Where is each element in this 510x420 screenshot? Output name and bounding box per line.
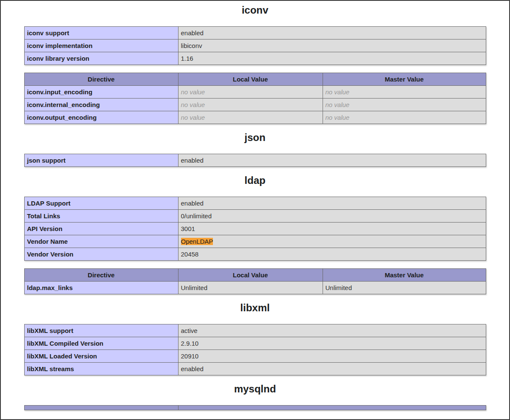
table-header-row: Directive Local Value Master Value [24,269,486,282]
column-header-master-value: Master Value [323,73,486,86]
table-row: json support enabled [24,154,486,167]
local-value-cell: no value [178,99,323,111]
row-label-cell: iconv library version [24,52,178,65]
row-value-cell: enabled [178,27,486,39]
column-header-directive: Directive [24,73,178,86]
row-value-cell: enabled [178,363,486,375]
master-value-cell: Unlimited [323,282,486,294]
directive-name-cell: iconv.output_encoding [24,111,178,124]
directive-name-cell: ldap.max_links [24,282,178,294]
table-row: LDAP Support enabled [24,197,486,210]
table-header-row: Directive Local Value Master Value [24,73,486,86]
table-header-row [24,406,486,410]
phpinfo-page: iconv iconv support enabled iconv implem… [0,0,510,420]
mysqlnd-header-cell [24,406,178,410]
table-row: API Version 3001 [24,223,486,235]
row-value-cell: 0/unlimited [178,210,486,223]
row-label-cell: libXML streams [24,363,178,375]
column-header-local-value: Local Value [178,269,323,282]
table-row: iconv library version 1.16 [24,52,486,65]
find-match-highlight: OpenLDAP [181,238,213,245]
section-title-mysqlnd: mysqlnd [1,383,509,395]
table-row: iconv.input_encoding no value no value [24,86,486,99]
column-header-master-value: Master Value [323,269,486,282]
row-value-cell: active [178,324,486,337]
local-value-cell: Unlimited [178,282,323,294]
row-value-cell: libiconv [178,39,486,52]
row-label-cell: LDAP Support [24,197,178,210]
row-value-cell: 2.9.10 [178,337,486,350]
row-value-cell: 3001 [178,223,486,235]
no-value-text: no value [326,114,350,121]
row-value-cell: OpenLDAP [178,235,486,248]
table-row: iconv implementation libiconv [24,39,486,52]
table-row: ldap.max_links Unlimited Unlimited [24,282,486,294]
table-row: iconv.output_encoding no value no value [24,111,486,124]
row-value-cell: enabled [178,154,486,167]
column-header-local-value: Local Value [178,73,323,86]
no-value-text: no value [181,101,205,108]
row-value-cell: 20458 [178,248,486,261]
iconv-directive-table: Directive Local Value Master Value iconv… [24,73,486,124]
row-label-cell: libXML Loaded Version [24,350,178,363]
table-row: libXML Loaded Version 20910 [24,350,486,363]
section-title-json: json [1,132,509,144]
section-title-libxml: libxml [1,302,509,314]
table-row: libXML Compiled Version 2.9.10 [24,337,486,350]
row-value-cell: enabled [178,197,486,210]
section-title-ldap: ldap [1,175,509,186]
local-value-cell: no value [178,86,323,99]
row-label-cell: Vendor Version [24,248,178,261]
iconv-info-table: iconv support enabled iconv implementati… [24,26,486,65]
table-row: Vendor Version 20458 [24,248,486,261]
section-title-iconv: iconv [1,4,509,16]
table-row: libXML support active [24,324,486,337]
no-value-text: no value [181,88,205,96]
row-value-cell: 1.16 [178,52,486,65]
table-row: iconv support enabled [24,27,486,39]
json-info-table: json support enabled [24,154,486,167]
no-value-text: no value [181,114,205,121]
mysqlnd-header-cell [178,406,486,410]
directive-name-cell: iconv.input_encoding [24,86,178,99]
ldap-info-table: LDAP Support enabled Total Links 0/unlim… [24,197,486,261]
no-value-text: no value [326,101,350,108]
master-value-cell: no value [323,111,486,124]
mysqlnd-table-partial [24,405,486,410]
row-label-cell: Total Links [24,210,178,223]
row-label-cell: libXML Compiled Version [24,337,178,350]
row-value-cell: 20910 [178,350,486,363]
libxml-info-table: libXML support active libXML Compiled Ve… [24,324,486,375]
ldap-directive-table: Directive Local Value Master Value ldap.… [24,268,486,294]
row-label-cell: API Version [24,223,178,235]
row-label-cell: json support [24,154,178,167]
row-label-cell: Vendor Name [24,235,178,248]
local-value-cell: no value [178,111,323,124]
table-row: libXML streams enabled [24,363,486,375]
master-value-cell: no value [323,99,486,111]
row-label-cell: iconv implementation [24,39,178,52]
table-row: Vendor Name OpenLDAP [24,235,486,248]
row-label-cell: libXML support [24,324,178,337]
column-header-directive: Directive [24,269,178,282]
no-value-text: no value [326,88,350,96]
table-row: iconv.internal_encoding no value no valu… [24,99,486,111]
row-label-cell: iconv support [24,27,178,39]
master-value-cell: no value [323,86,486,99]
table-row: Total Links 0/unlimited [24,210,486,223]
directive-name-cell: iconv.internal_encoding [24,99,178,111]
